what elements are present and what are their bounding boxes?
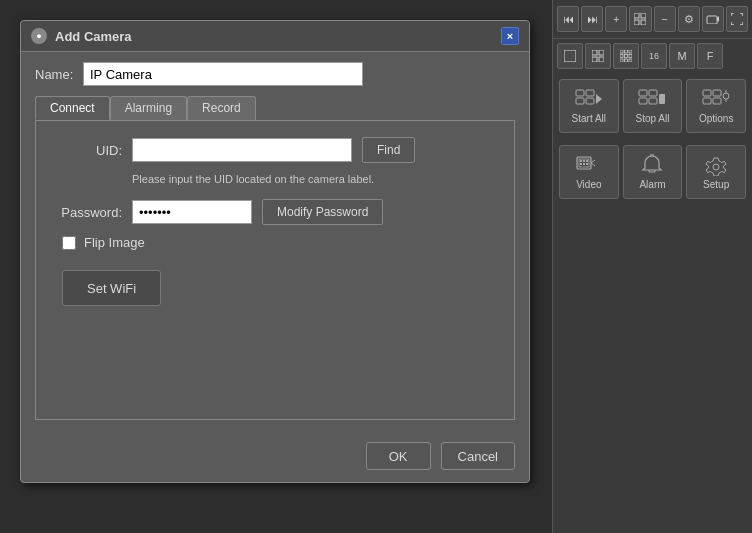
minus-btn[interactable]: − <box>654 6 676 32</box>
tab-connect[interactable]: Connect <box>35 96 110 120</box>
flip-image-row: Flip Image <box>62 235 498 250</box>
svg-marker-24 <box>596 94 602 104</box>
add-btn[interactable]: + <box>605 6 627 32</box>
svg-rect-4 <box>707 16 717 24</box>
nine-view-btn[interactable] <box>613 43 639 69</box>
camera-btn[interactable] <box>702 6 724 32</box>
tab-record[interactable]: Record <box>187 96 256 120</box>
svg-rect-6 <box>564 50 576 62</box>
view-row: 16 M F <box>553 39 752 73</box>
svg-rect-32 <box>703 98 711 104</box>
stop-all-icon <box>638 88 666 110</box>
dialog-body: Name: Connect Alarming Record UID: Find … <box>21 52 529 430</box>
start-all-label: Start All <box>572 113 606 124</box>
svg-point-34 <box>723 93 729 99</box>
svg-rect-29 <box>659 94 665 104</box>
svg-rect-13 <box>629 50 632 53</box>
start-all-icon <box>575 88 603 110</box>
uid-label: UID: <box>52 143 122 158</box>
ok-btn[interactable]: OK <box>366 442 431 470</box>
svg-rect-1 <box>641 13 646 18</box>
dialog-titlebar: ● Add Camera × <box>21 21 529 52</box>
svg-rect-22 <box>576 98 584 104</box>
svg-rect-43 <box>583 163 585 165</box>
svg-rect-8 <box>599 50 604 55</box>
uid-hint: Please input the UID located on the came… <box>132 173 498 185</box>
svg-rect-19 <box>629 59 632 62</box>
svg-rect-11 <box>620 50 623 53</box>
cancel-btn[interactable]: Cancel <box>441 442 515 470</box>
bottom-action-grid: Video Alarm Setup <box>553 139 752 205</box>
step-back-btn[interactable]: ⏮ <box>557 6 579 32</box>
layout-btn[interactable] <box>629 6 651 32</box>
alarm-btn[interactable]: Alarm <box>623 145 683 199</box>
uid-input[interactable] <box>132 138 352 162</box>
dialog-title: Add Camera <box>55 29 132 44</box>
svg-rect-10 <box>599 57 604 62</box>
svg-rect-26 <box>649 90 657 96</box>
tab-alarming[interactable]: Alarming <box>110 96 187 120</box>
flip-image-checkbox[interactable] <box>62 236 76 250</box>
svg-rect-2 <box>634 20 639 25</box>
stop-all-label: Stop All <box>636 113 670 124</box>
modify-password-btn[interactable]: Modify Password <box>262 199 383 225</box>
svg-rect-12 <box>625 50 628 53</box>
svg-rect-41 <box>586 160 588 162</box>
svg-point-51 <box>713 164 719 170</box>
svg-rect-30 <box>703 90 711 96</box>
title-icon: ● <box>31 28 47 44</box>
sixteen-view-btn[interactable]: 16 <box>641 43 667 69</box>
svg-rect-7 <box>592 50 597 55</box>
svg-rect-31 <box>713 90 721 96</box>
step-forward-btn[interactable]: ⏭ <box>581 6 603 32</box>
svg-rect-42 <box>580 163 582 165</box>
fullscreen-btn[interactable] <box>726 6 748 32</box>
dialog-close-btn[interactable]: × <box>501 27 519 45</box>
video-icon <box>575 154 603 176</box>
stop-all-btn[interactable]: Stop All <box>623 79 683 133</box>
name-input[interactable] <box>83 62 363 86</box>
password-input[interactable] <box>132 200 252 224</box>
tabs: Connect Alarming Record <box>35 96 515 120</box>
video-label: Video <box>576 179 601 190</box>
video-btn[interactable]: Video <box>559 145 619 199</box>
uid-row: UID: Find <box>52 137 498 163</box>
svg-rect-3 <box>641 20 646 25</box>
options-icon <box>702 88 730 110</box>
quad-view-btn[interactable] <box>585 43 611 69</box>
svg-rect-23 <box>586 98 594 104</box>
single-view-btn[interactable] <box>557 43 583 69</box>
options-label: Options <box>699 113 733 124</box>
tab-content-connect: UID: Find Please input the UID located o… <box>35 120 515 420</box>
add-camera-dialog: ● Add Camera × Name: Connect Alarming Re… <box>20 20 530 483</box>
find-btn[interactable]: Find <box>362 137 415 163</box>
svg-rect-33 <box>713 98 721 104</box>
svg-rect-40 <box>583 160 585 162</box>
alarm-label: Alarm <box>639 179 665 190</box>
svg-rect-9 <box>592 57 597 62</box>
svg-rect-39 <box>580 160 582 162</box>
dialog-footer: OK Cancel <box>21 430 529 482</box>
dialog-overlay: ● Add Camera × Name: Connect Alarming Re… <box>0 0 552 533</box>
gear-btn[interactable]: ⚙ <box>678 6 700 32</box>
svg-rect-17 <box>620 59 623 62</box>
toolbar-row: ⏮ ⏭ + − ⚙ <box>553 0 752 39</box>
svg-rect-28 <box>649 98 657 104</box>
setup-label: Setup <box>703 179 729 190</box>
svg-rect-16 <box>629 55 632 58</box>
start-all-btn[interactable]: Start All <box>559 79 619 133</box>
name-row: Name: <box>35 62 515 86</box>
svg-rect-25 <box>639 90 647 96</box>
setup-btn[interactable]: Setup <box>686 145 746 199</box>
f-view-btn[interactable]: F <box>697 43 723 69</box>
m-view-btn[interactable]: M <box>669 43 695 69</box>
svg-rect-14 <box>620 55 623 58</box>
svg-rect-15 <box>625 55 628 58</box>
options-btn[interactable]: Options <box>686 79 746 133</box>
svg-rect-0 <box>634 13 639 18</box>
password-row: Password: Modify Password <box>52 199 498 225</box>
right-panel: ⏮ ⏭ + − ⚙ <box>552 0 752 533</box>
dialog-title-left: ● Add Camera <box>31 28 132 44</box>
set-wifi-btn[interactable]: Set WiFi <box>62 270 161 306</box>
action-grid: Start All Stop All <box>553 73 752 139</box>
